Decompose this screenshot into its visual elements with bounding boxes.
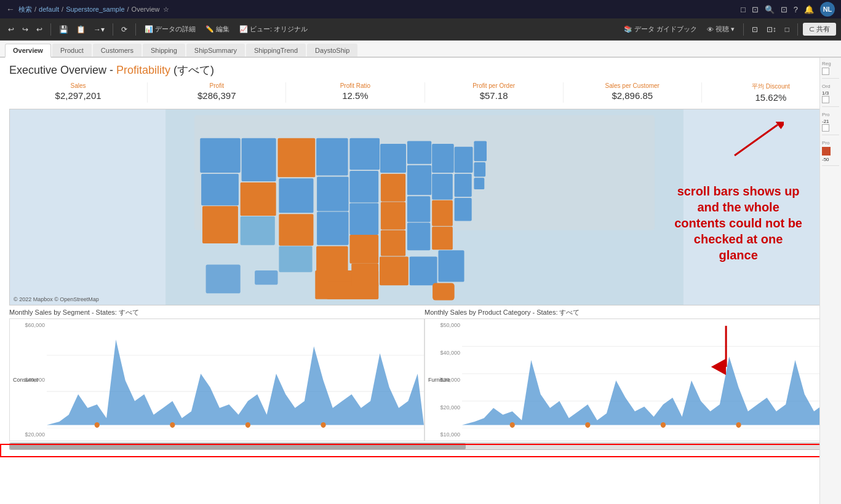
tab-overview[interactable]: Overview	[5, 44, 51, 58]
svg-point-68	[736, 422, 741, 428]
svg-point-55	[170, 422, 175, 428]
copy-icon[interactable]: ⊡	[752, 5, 759, 14]
back-button[interactable]: ←	[6, 4, 15, 14]
layout-btn-3[interactable]: □	[782, 24, 792, 35]
tab-shipsummary[interactable]: ShipSummary	[186, 44, 245, 57]
kpi-avg-discount-value: 15.62%	[702, 92, 819, 103]
kpi-avg-discount-label: 平均 Discount	[702, 82, 819, 91]
map-container[interactable]: scroll bars shows upand the wholecontent…	[9, 109, 819, 305]
svg-rect-40	[410, 256, 437, 285]
undo-button[interactable]: ↩	[5, 24, 17, 35]
refresh-button[interactable]: ⟳	[118, 24, 130, 35]
toolbar-divider-4	[743, 23, 744, 36]
layout-btn-1[interactable]: ⊡	[749, 24, 761, 35]
svg-rect-45	[351, 264, 378, 286]
data-detail-label[interactable]: 📊 データの詳細	[141, 25, 199, 34]
svg-rect-20	[349, 235, 378, 264]
right-sidebar: Reg Ord 1/3 Pro -21 Pro -50	[819, 58, 841, 504]
sidebar-pro2-label: Pro	[822, 140, 839, 146]
kpi-profit-per-order: Profit per Order $57.18	[425, 82, 564, 103]
tab-daystoship[interactable]: DaystoShip	[307, 44, 357, 57]
dashboard-scroll[interactable]: Executive Overview - Profitability (すべて)…	[0, 58, 819, 504]
chart-product[interactable]: $50,000 $40,000 $30,000 $20,000 $10,000 …	[424, 318, 819, 441]
bottom-scrollbar[interactable]	[9, 443, 819, 450]
page-title-highlight: Profitability	[116, 64, 170, 76]
sidebar-region: Reg	[822, 61, 839, 79]
breadcrumb-search[interactable]: 検索	[18, 5, 32, 14]
window-icon[interactable]: □	[741, 5, 746, 14]
svg-rect-7	[241, 216, 275, 245]
svg-rect-36	[474, 141, 487, 161]
help-icon[interactable]: ?	[794, 5, 798, 14]
kpi-profit-value: $286,397	[148, 90, 285, 101]
kpi-sales: Sales $2,297,201	[9, 82, 148, 103]
chart-segment[interactable]: $60,000 $40,000 $20,000 Consumer	[9, 318, 424, 441]
svg-rect-39	[380, 256, 409, 285]
chart-product-label: Furniture	[428, 377, 450, 383]
svg-line-49	[735, 125, 778, 156]
tab-customers[interactable]: Customers	[93, 44, 141, 57]
section-title-product: Monthly Sales by Product Category - Stat…	[424, 308, 819, 317]
layout-btn-2[interactable]: ⊡↕	[763, 24, 779, 35]
toolbar-divider-5	[797, 23, 798, 36]
chart-segment-svg	[47, 319, 424, 428]
svg-rect-10	[279, 214, 313, 245]
svg-rect-11	[279, 246, 312, 272]
svg-point-67	[661, 422, 666, 428]
toolbar-right: 📚 データ ガイドブック 👁 視聴 ▾ ⊡ ⊡↕ □ ⊂ ⊂ 共有共有	[620, 23, 836, 36]
sidebar-region-filter[interactable]	[822, 68, 829, 75]
save-button[interactable]: 💾	[56, 24, 71, 35]
svg-rect-4	[202, 206, 238, 243]
kpi-sales-value: $2,297,201	[9, 90, 147, 101]
map-copyright: © 2022 Mapbox © OpenStreetMap	[14, 296, 99, 302]
svg-rect-6	[241, 183, 276, 216]
clipboard-button[interactable]: 📋	[73, 24, 89, 35]
svg-rect-46	[206, 265, 241, 294]
breadcrumb-default[interactable]: default	[39, 6, 59, 13]
svg-rect-31	[432, 200, 453, 226]
tab-product[interactable]: Product	[52, 44, 92, 57]
sidebar-profit-filter[interactable]	[822, 124, 829, 132]
search-icon[interactable]: 🔍	[765, 5, 775, 14]
scrollbar-thumb	[10, 443, 466, 449]
favorite-star[interactable]: ☆	[163, 6, 169, 14]
tab-shipping[interactable]: Shipping	[143, 44, 185, 57]
arrow-up-right	[722, 122, 784, 159]
chart-product-svg	[462, 319, 819, 428]
share-icon[interactable]: ⊡	[781, 5, 787, 14]
top-navigation: ← 検索 / default / Superstore_sample / Ove…	[0, 0, 841, 18]
share-button[interactable]: ⊂ ⊂ 共有共有	[803, 23, 836, 36]
view-label[interactable]: 📈 ビュー: オリジナル	[236, 25, 311, 34]
arrow-button[interactable]: →▾	[90, 24, 108, 35]
toolbar-divider-1	[50, 23, 51, 36]
sidebar-pro2: Pro -50	[822, 140, 839, 166]
view2-label[interactable]: 👁 視聴 ▾	[703, 25, 738, 34]
undo2-button[interactable]: ↩	[33, 24, 46, 35]
kpi-sales-per-customer-label: Sales per Customer	[564, 82, 701, 89]
tab-shippingtrend[interactable]: ShippingTrend	[246, 44, 306, 57]
svg-rect-25	[407, 141, 431, 163]
bell-icon[interactable]: 🔔	[804, 5, 814, 14]
dashboard-area: Executive Overview - Profitability (すべて)…	[0, 58, 819, 504]
page-title: Executive Overview - Profitability (すべて)	[9, 63, 819, 77]
svg-rect-29	[432, 144, 454, 173]
svg-point-65	[510, 422, 515, 428]
svg-rect-32	[432, 227, 453, 250]
svg-rect-5	[242, 138, 276, 181]
toolbar-divider-3	[135, 23, 136, 36]
svg-rect-34	[455, 174, 472, 197]
sidebar-order: Ord 1/3	[822, 84, 839, 107]
svg-rect-12	[316, 138, 348, 176]
kpi-profit-ratio: Profit Ratio 12.5%	[286, 82, 424, 103]
redo-button[interactable]: ↪	[19, 24, 31, 35]
avatar[interactable]: NL	[820, 2, 835, 17]
sidebar-order-filter[interactable]	[822, 96, 829, 103]
chart-segment-label: Consumer	[13, 377, 39, 383]
data-guide-label[interactable]: 📚 データ ガイドブック	[620, 25, 701, 34]
sidebar-order-value: 1/3	[822, 90, 839, 96]
sidebar-order-label: Ord	[822, 84, 839, 89]
chart-product-area	[462, 319, 819, 428]
svg-rect-37	[474, 162, 485, 176]
breadcrumb-superstore[interactable]: Superstore_sample	[66, 6, 124, 13]
edit-label[interactable]: ✏️ 編集	[202, 25, 233, 34]
